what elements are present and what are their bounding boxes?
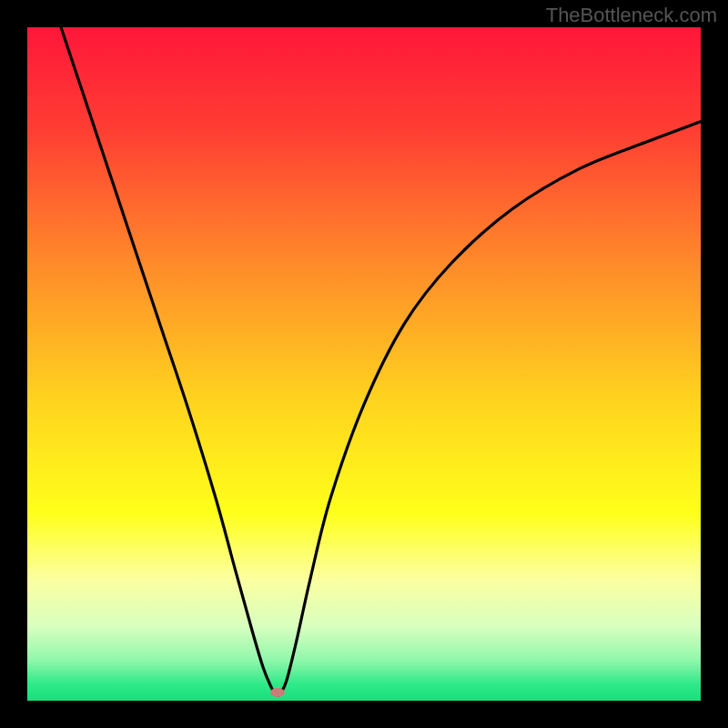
bottleneck-curve [27,27,701,701]
chart-frame [27,27,701,701]
plot-area [27,27,701,701]
optimal-point-marker [270,688,285,697]
watermark-text: TheBottleneck.com [546,4,717,27]
